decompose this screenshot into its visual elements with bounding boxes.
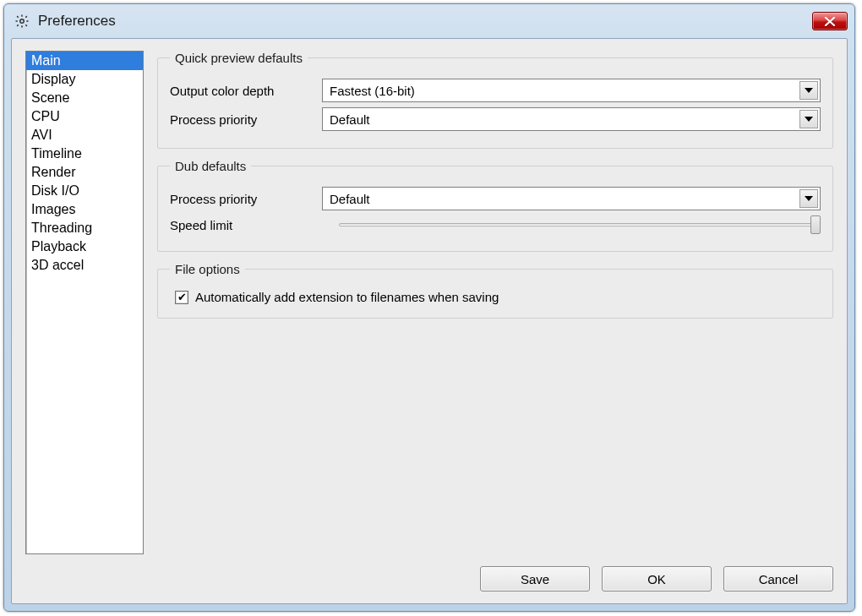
auto-extension-label: Automatically add extension to filenames… [195, 290, 499, 304]
window-title: Preferences [38, 13, 812, 30]
dub-priority-combo[interactable]: Default [322, 187, 821, 210]
chevron-down-icon [799, 189, 818, 208]
save-button[interactable]: Save [480, 566, 590, 591]
auto-extension-checkbox[interactable]: ✔ [175, 291, 188, 304]
sidebar-item-timeline[interactable]: Timeline [26, 144, 143, 163]
settings-panel: Quick preview defaults Output color dept… [157, 51, 833, 554]
sidebar-item-playback[interactable]: Playback [26, 237, 143, 256]
sidebar-item-main[interactable]: Main [26, 52, 143, 70]
sidebar-item-3d-accel[interactable]: 3D accel [26, 256, 143, 275]
color-depth-label: Output color depth [170, 84, 322, 98]
dub-priority-value: Default [330, 192, 799, 206]
category-list[interactable]: MainDisplaySceneCPUAVITimelineRenderDisk… [25, 51, 144, 554]
sidebar-item-render[interactable]: Render [26, 163, 143, 182]
client-area: MainDisplaySceneCPUAVITimelineRenderDisk… [11, 38, 848, 604]
slider-thumb[interactable] [810, 215, 821, 234]
qp-priority-label: Process priority [170, 112, 322, 127]
color-depth-value: Fastest (16-bit) [330, 84, 799, 98]
file-options-group: File options ✔ Automatically add extensi… [157, 262, 833, 319]
preferences-icon [13, 12, 31, 30]
svg-point-0 [20, 19, 25, 24]
dialog-buttons: Save OK Cancel [25, 566, 833, 591]
sidebar-item-disk-i-o[interactable]: Disk I/O [26, 182, 143, 200]
cancel-button[interactable]: Cancel [723, 566, 833, 591]
sidebar-item-scene[interactable]: Scene [26, 89, 143, 107]
file-legend: File options [170, 262, 245, 276]
speed-limit-slider[interactable] [339, 215, 821, 234]
chevron-down-icon [799, 110, 818, 128]
sidebar-item-images[interactable]: Images [26, 200, 143, 219]
sidebar-item-display[interactable]: Display [26, 70, 143, 89]
close-button[interactable] [812, 12, 848, 30]
color-depth-combo[interactable]: Fastest (16-bit) [322, 79, 821, 102]
quick-preview-group: Quick preview defaults Output color dept… [157, 51, 833, 149]
sidebar-item-avi[interactable]: AVI [26, 126, 143, 144]
dub-legend: Dub defaults [170, 159, 251, 173]
chevron-down-icon [799, 81, 818, 100]
qp-priority-combo[interactable]: Default [322, 107, 821, 131]
quick-preview-legend: Quick preview defaults [170, 51, 308, 65]
ok-button[interactable]: OK [602, 566, 712, 591]
speed-limit-label: Speed limit [170, 218, 322, 232]
dub-priority-label: Process priority [170, 192, 322, 206]
sidebar-item-cpu[interactable]: CPU [26, 107, 143, 126]
titlebar: Preferences [4, 4, 854, 38]
sidebar-item-threading[interactable]: Threading [26, 219, 143, 237]
slider-track [339, 223, 821, 226]
preferences-window: Preferences MainDisplaySceneCPUAVITimeli… [3, 3, 855, 612]
dub-defaults-group: Dub defaults Process priority Default Sp… [157, 159, 833, 252]
qp-priority-value: Default [330, 112, 799, 127]
